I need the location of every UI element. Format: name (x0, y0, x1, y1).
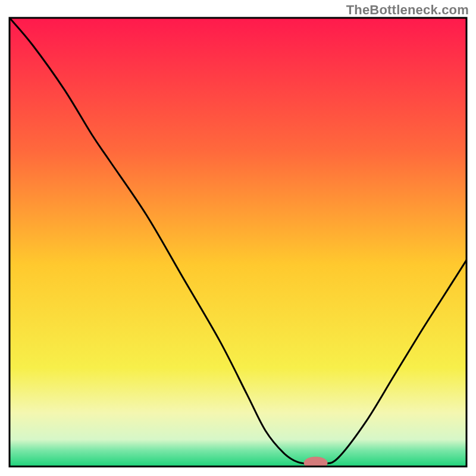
gradient-background (10, 18, 466, 466)
bottleneck-chart (0, 0, 476, 476)
watermark-text: TheBottleneck.com (346, 2, 469, 18)
chart-container: TheBottleneck.com (0, 0, 476, 476)
